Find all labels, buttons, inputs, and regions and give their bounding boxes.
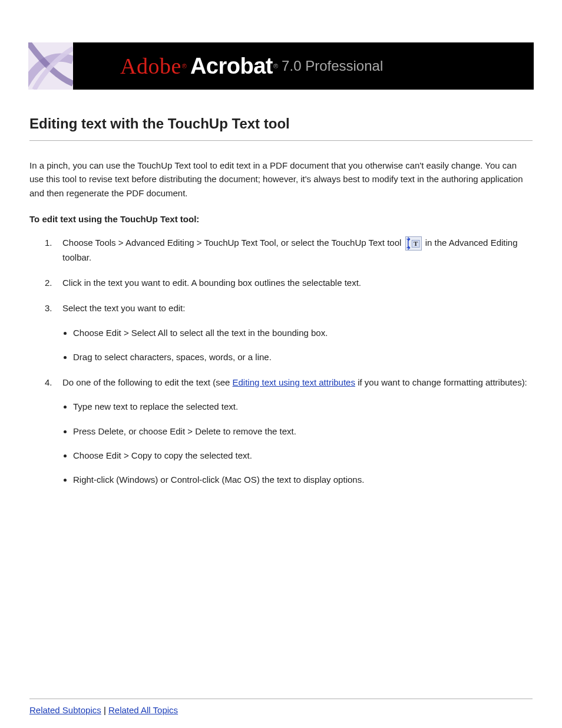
step-4-sublist: Type new text to replace the selected te… [62, 400, 533, 486]
step-4-text-post: if you want to change formatting attribu… [355, 377, 527, 387]
step-4-sub-1: Type new text to replace the selected te… [73, 400, 533, 413]
procedure-heading: To edit text using the TouchUp Text tool… [29, 214, 533, 224]
footer-links: Related Subtopics | Related All Topics [29, 705, 533, 715]
step-4-sub-4: Right-click (Windows) or Control-click (… [73, 473, 533, 486]
step-2: Click in the text you want to edit. A bo… [29, 276, 533, 289]
link-related-all-topics[interactable]: Related All Topics [108, 705, 178, 715]
footer-separator: | [101, 705, 108, 715]
step-4-sub-2: Press Delete, or choose Edit > Delete to… [73, 424, 533, 438]
step-3-sub-1: Choose Edit > Select All to select all t… [73, 326, 533, 340]
product-version: 7.0 Professional [282, 58, 383, 74]
step-4-sub-3: Choose Edit > Copy to copy the selected … [73, 449, 533, 462]
brand-adobe: Adobe [120, 53, 181, 79]
step-1-text-pre: Choose Tools > Advanced Editing > TouchU… [62, 238, 404, 248]
brand-acrobat: Acrobat [190, 54, 273, 79]
step-3-sublist: Choose Edit > Select All to select all t… [62, 326, 533, 364]
footer-divider [29, 699, 533, 699]
step-4: Do one of the following to edit the text… [29, 375, 533, 486]
step-3-text: Select the text you want to edit: [62, 303, 185, 313]
link-related-subtopics[interactable]: Related Subtopics [29, 705, 101, 715]
touchup-text-tool-icon: T [405, 236, 422, 251]
footer: Related Subtopics | Related All Topics [29, 699, 533, 715]
svg-text:T: T [414, 240, 418, 247]
registered-mark: ® [273, 62, 278, 70]
step-4-text-pre: Do one of the following to edit the text… [62, 377, 233, 387]
step-1: Choose Tools > Advanced Editing > TouchU… [29, 236, 533, 264]
intro-text: In a pinch, you can use the TouchUp Text… [29, 159, 533, 200]
page-title: Editing text with the TouchUp Text tool [29, 116, 533, 132]
step-2-text: Click in the text you want to edit. A bo… [62, 278, 361, 288]
step-3: Select the text you want to edit: Choose… [29, 301, 533, 364]
divider [29, 140, 533, 141]
adobe-acrobat-logo-icon [28, 42, 73, 90]
registered-mark: ® [182, 62, 187, 70]
link-editing-text-attributes[interactable]: Editing text using text attributes [233, 377, 355, 387]
steps-list: Choose Tools > Advanced Editing > TouchU… [29, 236, 533, 487]
product-banner: Adobe® Acrobat® 7.0 Professional [28, 42, 534, 90]
banner-title: Adobe® Acrobat® 7.0 Professional [73, 42, 534, 90]
step-3-sub-2: Drag to select characters, spaces, words… [73, 350, 533, 364]
